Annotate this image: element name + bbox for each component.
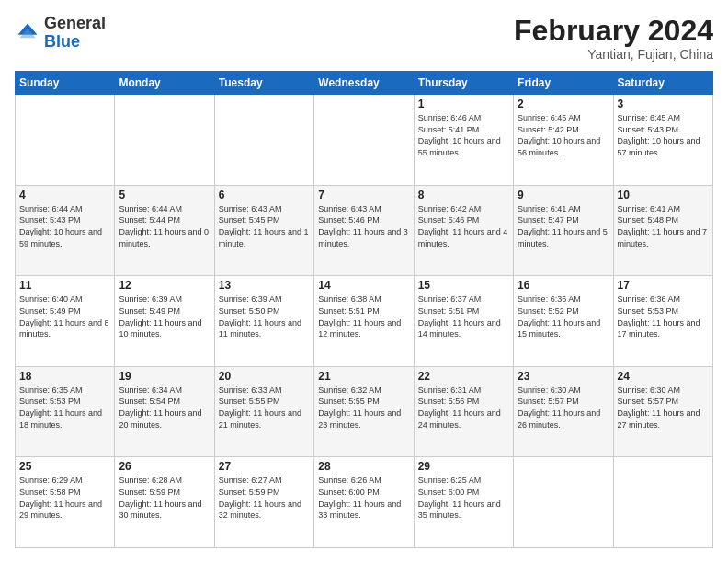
calendar-cell-w5-d5 xyxy=(514,457,613,548)
week-row-1: 1Sunrise: 6:46 AM Sunset: 5:41 PM Daylig… xyxy=(16,95,713,186)
day-number: 4 xyxy=(19,189,110,201)
day-number: 24 xyxy=(618,370,709,383)
week-row-3: 11Sunrise: 6:40 AM Sunset: 5:49 PM Dayli… xyxy=(16,276,713,367)
day-info: Sunrise: 6:36 AM Sunset: 5:52 PM Dayligh… xyxy=(518,293,609,339)
calendar-cell-w2-d5: 9Sunrise: 6:41 AM Sunset: 5:47 PM Daylig… xyxy=(514,185,613,276)
day-info: Sunrise: 6:36 AM Sunset: 5:53 PM Dayligh… xyxy=(618,293,709,339)
calendar-cell-w2-d3: 7Sunrise: 6:43 AM Sunset: 5:46 PM Daylig… xyxy=(314,185,414,276)
day-info: Sunrise: 6:29 AM Sunset: 5:58 PM Dayligh… xyxy=(19,475,110,521)
location-subtitle: Yantian, Fujian, China xyxy=(514,47,713,62)
day-info: Sunrise: 6:31 AM Sunset: 5:56 PM Dayligh… xyxy=(418,385,509,431)
title-block: February 2024 Yantian, Fujian, China xyxy=(514,15,713,62)
logo: General Blue xyxy=(15,15,106,52)
day-info: Sunrise: 6:41 AM Sunset: 5:47 PM Dayligh… xyxy=(518,203,609,249)
month-title: February 2024 xyxy=(514,15,713,47)
calendar-cell-w4-d2: 20Sunrise: 6:33 AM Sunset: 5:55 PM Dayli… xyxy=(214,366,313,457)
day-number: 8 xyxy=(418,189,509,201)
calendar-cell-w1-d2 xyxy=(214,95,313,186)
day-number: 21 xyxy=(318,370,409,383)
calendar-cell-w3-d1: 12Sunrise: 6:39 AM Sunset: 5:49 PM Dayli… xyxy=(115,276,214,367)
day-info: Sunrise: 6:40 AM Sunset: 5:49 PM Dayligh… xyxy=(19,293,110,339)
day-info: Sunrise: 6:44 AM Sunset: 5:43 PM Dayligh… xyxy=(19,203,110,249)
logo-general: General xyxy=(44,14,106,32)
calendar-cell-w4-d0: 18Sunrise: 6:35 AM Sunset: 5:53 PM Dayli… xyxy=(16,366,115,457)
col-tuesday: Tuesday xyxy=(214,72,313,95)
day-number: 11 xyxy=(19,279,110,292)
day-number: 15 xyxy=(418,279,509,292)
day-number: 3 xyxy=(618,98,709,110)
day-number: 25 xyxy=(19,460,110,473)
day-info: Sunrise: 6:45 AM Sunset: 5:43 PM Dayligh… xyxy=(618,112,709,158)
calendar-cell-w2-d6: 10Sunrise: 6:41 AM Sunset: 5:48 PM Dayli… xyxy=(613,185,712,276)
day-info: Sunrise: 6:43 AM Sunset: 5:45 PM Dayligh… xyxy=(219,203,310,249)
day-info: Sunrise: 6:46 AM Sunset: 5:41 PM Dayligh… xyxy=(418,112,509,158)
calendar-cell-w3-d0: 11Sunrise: 6:40 AM Sunset: 5:49 PM Dayli… xyxy=(16,276,115,367)
calendar-cell-w4-d3: 21Sunrise: 6:32 AM Sunset: 5:55 PM Dayli… xyxy=(314,366,414,457)
day-info: Sunrise: 6:39 AM Sunset: 5:50 PM Dayligh… xyxy=(219,293,310,339)
col-wednesday: Wednesday xyxy=(314,72,414,95)
col-sunday: Sunday xyxy=(16,72,115,95)
day-number: 1 xyxy=(418,98,509,110)
header: General Blue February 2024 Yantian, Fuji… xyxy=(15,15,713,62)
col-friday: Friday xyxy=(514,72,613,95)
calendar-cell-w5-d3: 28Sunrise: 6:26 AM Sunset: 6:00 PM Dayli… xyxy=(314,457,414,548)
calendar-header-row: Sunday Monday Tuesday Wednesday Thursday… xyxy=(16,72,713,95)
col-monday: Monday xyxy=(115,72,214,95)
day-number: 9 xyxy=(518,189,609,201)
day-number: 17 xyxy=(618,279,709,292)
calendar-cell-w5-d0: 25Sunrise: 6:29 AM Sunset: 5:58 PM Dayli… xyxy=(16,457,115,548)
calendar-cell-w1-d0 xyxy=(16,95,115,186)
day-info: Sunrise: 6:37 AM Sunset: 5:51 PM Dayligh… xyxy=(418,293,509,339)
day-number: 18 xyxy=(19,370,110,383)
day-info: Sunrise: 6:33 AM Sunset: 5:55 PM Dayligh… xyxy=(219,385,310,431)
day-info: Sunrise: 6:39 AM Sunset: 5:49 PM Dayligh… xyxy=(119,293,210,339)
day-number: 19 xyxy=(119,370,210,383)
day-info: Sunrise: 6:34 AM Sunset: 5:54 PM Dayligh… xyxy=(119,385,210,431)
day-info: Sunrise: 6:26 AM Sunset: 6:00 PM Dayligh… xyxy=(318,475,409,521)
calendar-cell-w5-d6 xyxy=(613,457,712,548)
day-number: 5 xyxy=(119,189,210,201)
col-saturday: Saturday xyxy=(613,72,712,95)
calendar-cell-w4-d1: 19Sunrise: 6:34 AM Sunset: 5:54 PM Dayli… xyxy=(115,366,214,457)
day-number: 10 xyxy=(618,189,709,201)
day-info: Sunrise: 6:42 AM Sunset: 5:46 PM Dayligh… xyxy=(418,203,509,249)
day-number: 6 xyxy=(219,189,310,201)
day-info: Sunrise: 6:25 AM Sunset: 6:00 PM Dayligh… xyxy=(418,475,509,521)
calendar-cell-w2-d0: 4Sunrise: 6:44 AM Sunset: 5:43 PM Daylig… xyxy=(16,185,115,276)
week-row-5: 25Sunrise: 6:29 AM Sunset: 5:58 PM Dayli… xyxy=(16,457,713,548)
calendar-cell-w4-d4: 22Sunrise: 6:31 AM Sunset: 5:56 PM Dayli… xyxy=(414,366,513,457)
calendar-cell-w1-d6: 3Sunrise: 6:45 AM Sunset: 5:43 PM Daylig… xyxy=(613,95,712,186)
calendar-cell-w2-d1: 5Sunrise: 6:44 AM Sunset: 5:44 PM Daylig… xyxy=(115,185,214,276)
day-number: 27 xyxy=(219,460,310,473)
calendar-cell-w3-d5: 16Sunrise: 6:36 AM Sunset: 5:52 PM Dayli… xyxy=(514,276,613,367)
day-number: 23 xyxy=(518,370,609,383)
day-number: 22 xyxy=(418,370,509,383)
day-info: Sunrise: 6:35 AM Sunset: 5:53 PM Dayligh… xyxy=(19,385,110,431)
day-number: 7 xyxy=(318,189,409,201)
calendar-cell-w1-d3 xyxy=(314,95,414,186)
day-info: Sunrise: 6:30 AM Sunset: 5:57 PM Dayligh… xyxy=(618,385,709,431)
calendar-cell-w4-d6: 24Sunrise: 6:30 AM Sunset: 5:57 PM Dayli… xyxy=(613,366,712,457)
day-number: 29 xyxy=(418,460,509,473)
page: General Blue February 2024 Yantian, Fuji… xyxy=(0,0,728,563)
calendar-cell-w2-d4: 8Sunrise: 6:42 AM Sunset: 5:46 PM Daylig… xyxy=(414,185,513,276)
week-row-4: 18Sunrise: 6:35 AM Sunset: 5:53 PM Dayli… xyxy=(16,366,713,457)
calendar-cell-w5-d1: 26Sunrise: 6:28 AM Sunset: 5:59 PM Dayli… xyxy=(115,457,214,548)
logo-blue: Blue xyxy=(44,32,80,51)
day-number: 28 xyxy=(318,460,409,473)
calendar-cell-w3-d3: 14Sunrise: 6:38 AM Sunset: 5:51 PM Dayli… xyxy=(314,276,414,367)
calendar-cell-w3-d2: 13Sunrise: 6:39 AM Sunset: 5:50 PM Dayli… xyxy=(214,276,313,367)
day-info: Sunrise: 6:38 AM Sunset: 5:51 PM Dayligh… xyxy=(318,293,409,339)
calendar-cell-w4-d5: 23Sunrise: 6:30 AM Sunset: 5:57 PM Dayli… xyxy=(514,366,613,457)
logo-icon xyxy=(15,20,40,46)
day-number: 14 xyxy=(318,279,409,292)
day-info: Sunrise: 6:32 AM Sunset: 5:55 PM Dayligh… xyxy=(318,385,409,431)
day-number: 16 xyxy=(518,279,609,292)
day-info: Sunrise: 6:43 AM Sunset: 5:46 PM Dayligh… xyxy=(318,203,409,249)
logo-text: General Blue xyxy=(44,15,106,52)
calendar-cell-w5-d2: 27Sunrise: 6:27 AM Sunset: 5:59 PM Dayli… xyxy=(214,457,313,548)
week-row-2: 4Sunrise: 6:44 AM Sunset: 5:43 PM Daylig… xyxy=(16,185,713,276)
day-number: 20 xyxy=(219,370,310,383)
calendar-cell-w3-d4: 15Sunrise: 6:37 AM Sunset: 5:51 PM Dayli… xyxy=(414,276,513,367)
day-info: Sunrise: 6:44 AM Sunset: 5:44 PM Dayligh… xyxy=(119,203,210,249)
